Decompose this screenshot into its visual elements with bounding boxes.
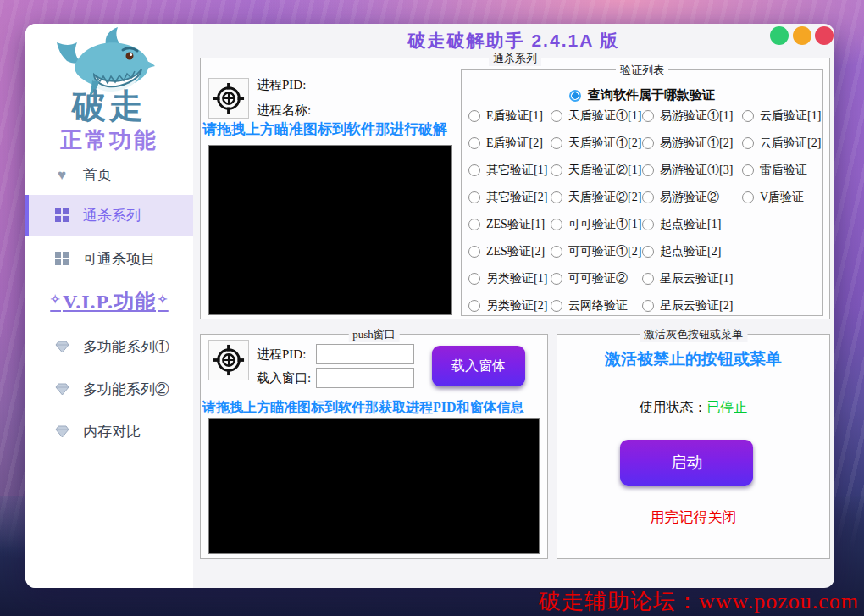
verify-option-label: E盾验证[2] bbox=[486, 136, 543, 151]
radio-icon bbox=[551, 273, 562, 285]
verify-option-label: 另类验证[2] bbox=[486, 298, 547, 314]
verify-option-label: 另类验证[1] bbox=[486, 271, 547, 286]
verify-option[interactable]: 另类验证[2] bbox=[468, 298, 551, 314]
group-verify-list: 验证列表 查询软件属于哪款验证 E盾验证[1]天盾验证①[1]易游验证①[1]云… bbox=[461, 69, 823, 316]
verify-option-label: 天盾验证①[2] bbox=[568, 136, 641, 151]
group-push-legend: push窗口 bbox=[348, 327, 400, 342]
crosshair-drag-icon[interactable] bbox=[208, 78, 249, 119]
verify-option[interactable]: 其它验证[2] bbox=[468, 190, 551, 205]
verify-option-label: 易游验证①[3] bbox=[660, 163, 733, 178]
verify-option[interactable]: V盾验证 bbox=[742, 190, 821, 205]
verify-option-label: V盾验证 bbox=[760, 190, 804, 205]
verify-option[interactable]: 易游验证② bbox=[642, 190, 742, 205]
traffic-light-green[interactable] bbox=[770, 26, 789, 45]
status-label: 使用状态： bbox=[640, 400, 707, 414]
verify-option-label: 可可验证② bbox=[568, 271, 628, 286]
sidebar-item-memory[interactable]: 内存对比 bbox=[25, 414, 193, 448]
verify-option-label: 天盾验证②[2] bbox=[568, 190, 641, 205]
verify-option[interactable]: 另类验证[1] bbox=[468, 271, 551, 286]
verify-option-label: ZES验证[1] bbox=[486, 217, 545, 232]
status-value: 已停止 bbox=[707, 400, 748, 414]
radio-icon bbox=[468, 246, 480, 258]
verify-option[interactable]: ZES验证[2] bbox=[468, 244, 551, 259]
verify-option[interactable]: 星辰云验证[1] bbox=[642, 271, 742, 286]
radio-icon bbox=[468, 219, 480, 230]
radio-icon bbox=[551, 246, 562, 258]
verify-option[interactable]: 天盾验证①[2] bbox=[551, 136, 642, 151]
sidebar-item-home[interactable]: ♥ 首页 bbox=[25, 158, 193, 191]
gem-icon bbox=[54, 341, 69, 353]
crosshair-drag-icon[interactable] bbox=[208, 340, 249, 380]
main-area: 破走破解助手 2.4.1A 版 通杀系列 进程PID: bbox=[193, 24, 834, 588]
radio-icon bbox=[468, 273, 480, 285]
verify-option-query[interactable]: 查询软件属于哪款验证 bbox=[462, 87, 822, 103]
radio-icon bbox=[551, 300, 562, 312]
verify-option[interactable]: 天盾验证②[1] bbox=[551, 163, 642, 178]
traffic-light-red[interactable] bbox=[815, 26, 834, 45]
load-window-button[interactable]: 载入窗体 bbox=[432, 346, 525, 386]
verify-option[interactable]: E盾验证[2] bbox=[468, 136, 551, 151]
verify-option-label: 雷盾验证 bbox=[760, 163, 807, 178]
verify-option[interactable]: 云盾验证[1] bbox=[742, 108, 821, 124]
traffic-light-orange[interactable] bbox=[793, 26, 811, 45]
verify-option[interactable]: 可可验证② bbox=[551, 271, 642, 286]
verify-option[interactable]: 可可验证①[1] bbox=[551, 217, 642, 232]
verify-option-label: 易游验证①[2] bbox=[660, 136, 733, 151]
verify-option[interactable]: ZES验证[1] bbox=[468, 217, 551, 232]
heart-icon: ♥ bbox=[54, 168, 69, 182]
sidebar-item-multi2[interactable]: 多功能系列② bbox=[25, 372, 193, 406]
verify-option[interactable]: 易游验证①[3] bbox=[642, 163, 742, 178]
verify-option[interactable]: 雷盾验证 bbox=[742, 163, 821, 178]
verify-option[interactable]: 云网络验证 bbox=[551, 298, 642, 314]
vip-section-heading: V.I.P.功能 bbox=[25, 288, 193, 315]
verify-option[interactable]: E盾验证[1] bbox=[468, 108, 551, 124]
verify-option[interactable]: 星辰云验证[2] bbox=[642, 298, 742, 314]
sidebar-item-multi1[interactable]: 多功能系列① bbox=[25, 330, 193, 363]
brand-subtitle: 正常功能 bbox=[25, 125, 193, 155]
forum-link[interactable]: 破走辅助论坛：www.pozou.com bbox=[539, 586, 859, 616]
radio-icon bbox=[742, 110, 754, 122]
sidebar-item-tongsha[interactable]: 通杀系列 bbox=[25, 195, 193, 236]
radio-icon bbox=[551, 110, 562, 122]
verify-option-label: ZES验证[2] bbox=[486, 244, 545, 259]
push-window-label: 载入窗口: bbox=[257, 370, 311, 386]
verify-option[interactable]: 其它验证[1] bbox=[468, 163, 551, 178]
sidebar-item-label: 可通杀项目 bbox=[83, 249, 155, 269]
verify-option-label: 云网络验证 bbox=[568, 298, 628, 314]
grid-icon bbox=[54, 252, 69, 265]
push-pid-label: 进程PID: bbox=[257, 347, 306, 363]
verify-option[interactable]: 可可验证①[2] bbox=[551, 244, 642, 259]
verify-option[interactable]: 起点验证[1] bbox=[642, 217, 742, 232]
verify-option[interactable]: 起点验证[2] bbox=[642, 244, 742, 259]
start-button[interactable]: 启动 bbox=[620, 440, 753, 486]
push-pid-input[interactable] bbox=[316, 344, 414, 364]
verify-option[interactable]: 易游验证①[2] bbox=[642, 136, 742, 151]
app-window: 破走 正常功能 ♥ 首页 通杀系列 可通杀项目 V.I. bbox=[25, 24, 834, 588]
sidebar-item-label: 多功能系列② bbox=[83, 380, 169, 399]
verify-option[interactable]: 易游验证①[1] bbox=[642, 108, 742, 124]
radio-icon bbox=[742, 191, 754, 203]
verify-option[interactable]: 天盾验证②[2] bbox=[551, 190, 642, 205]
group-push-window: push窗口 进程PID: 载入窗口: 载入窗体 请拖拽上方瞄准图标到软件那获取… bbox=[200, 334, 548, 559]
push-window-input[interactable] bbox=[316, 368, 414, 388]
verify-option-label: 其它验证[2] bbox=[486, 190, 547, 205]
titlebar: 破走破解助手 2.4.1A 版 bbox=[193, 24, 834, 53]
verify-option[interactable]: 天盾验证①[1] bbox=[551, 108, 642, 124]
radio-icon bbox=[468, 110, 480, 122]
sidebar: 破走 正常功能 ♥ 首页 通杀系列 可通杀项目 V.I. bbox=[25, 24, 193, 588]
radio-icon bbox=[742, 164, 754, 176]
radio-icon bbox=[642, 191, 654, 203]
close-reminder-text: 用完记得关闭 bbox=[557, 508, 829, 527]
radio-checked-icon bbox=[569, 90, 581, 102]
radio-icon bbox=[642, 164, 654, 176]
verify-option-label: 其它验证[1] bbox=[486, 163, 547, 178]
sidebar-item-ketongsha[interactable]: 可通杀项目 bbox=[25, 241, 193, 275]
push-preview-box bbox=[208, 418, 540, 554]
verify-option-label: 可可验证①[1] bbox=[568, 217, 641, 232]
verify-option[interactable]: 云盾验证[2] bbox=[742, 136, 821, 151]
radio-icon bbox=[551, 137, 562, 149]
verify-option-label: 云盾验证[1] bbox=[760, 108, 821, 124]
app-title: 破走破解助手 2.4.1A 版 bbox=[193, 29, 834, 53]
verify-options-grid: E盾验证[1]天盾验证①[1]易游验证①[1]云盾验证[1]E盾验证[2]天盾验… bbox=[468, 103, 819, 319]
radio-icon bbox=[742, 137, 754, 149]
